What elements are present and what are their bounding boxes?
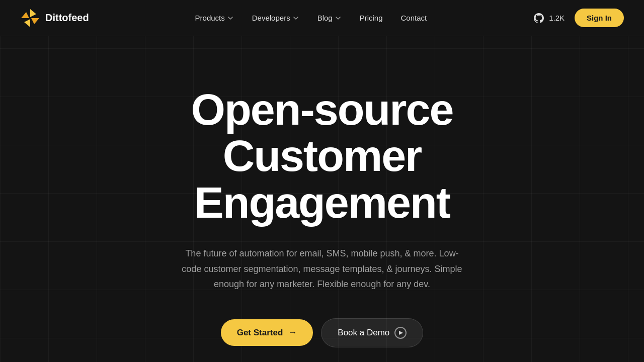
github-count: 1.2K (549, 14, 565, 22)
github-icon (533, 12, 545, 24)
signin-button[interactable]: Sign In (575, 9, 624, 27)
chevron-down-icon (335, 15, 342, 22)
hero-title: Open-source Customer Engagement (96, 86, 548, 226)
navbar: Dittofeed Products Developers Blog Prici… (0, 0, 644, 36)
book-demo-button[interactable]: Book a Demo (321, 318, 423, 347)
hero-subtitle: The future of automation for email, SMS,… (181, 246, 463, 292)
nav-right: 1.2K Sign In (533, 9, 624, 27)
hero-section: Open-source Customer Engagement The futu… (0, 36, 644, 362)
chevron-down-icon (227, 15, 234, 22)
hero-actions: Get Started → Book a Demo (221, 318, 424, 347)
nav-item-developers[interactable]: Developers (245, 10, 306, 26)
logo-icon (20, 8, 40, 28)
chevron-down-icon (292, 15, 299, 22)
arrow-right-icon: → (288, 327, 297, 338)
nav-center: Products Developers Blog Pricing Contact (188, 10, 434, 26)
nav-item-contact[interactable]: Contact (394, 10, 434, 26)
github-button[interactable]: 1.2K (533, 12, 565, 24)
nav-item-pricing[interactable]: Pricing (353, 10, 390, 26)
play-icon (394, 327, 407, 339)
get-started-button[interactable]: Get Started → (221, 319, 313, 346)
nav-item-products[interactable]: Products (188, 10, 241, 26)
brand-name: Dittofeed (45, 12, 89, 24)
brand-logo[interactable]: Dittofeed (20, 8, 89, 28)
nav-item-blog[interactable]: Blog (310, 10, 349, 26)
